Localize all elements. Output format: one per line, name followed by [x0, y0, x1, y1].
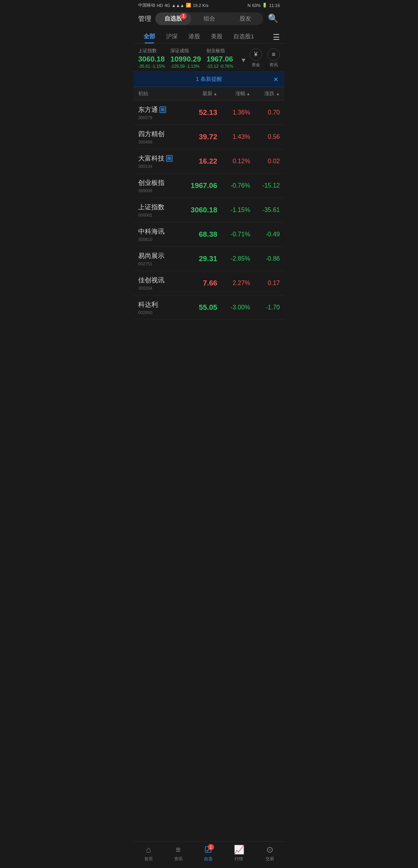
index-shzs[interactable]: 上证指数 3060.18 -35.61 -1.15% [138, 48, 165, 68]
sub-tab-hk[interactable]: 港股 [183, 31, 206, 43]
network-type: 4G [164, 3, 170, 8]
sub-tab-watchlist1[interactable]: 自选股1 [228, 31, 259, 43]
stock-diff-col: -0.49 [250, 231, 280, 238]
stock-diff: 0.17 [268, 280, 280, 286]
stock-change-col: 2.27% [217, 280, 250, 287]
nfc-icon: N [247, 3, 250, 8]
nav-tabs: 自选股 1 组合 股友 [155, 12, 263, 25]
stock-diff: 0.02 [268, 158, 280, 164]
stock-item-300264[interactable]: 佳创视讯 300264 7.66 2.27% 0.17 [134, 271, 284, 296]
fund-button[interactable]: ¥ 资金 [250, 48, 262, 68]
network-speed: 19.2 K/s [193, 3, 208, 8]
alert-text: 1 条新提醒 [196, 76, 222, 83]
stock-price-col: 39.72 [184, 133, 217, 141]
status-right: N 63% 🔋 11:16 [247, 3, 280, 8]
market-overview: 上证指数 3060.18 -35.61 -1.15% 深证成指 10990.29… [134, 44, 284, 72]
stock-price-col: 55.05 [184, 303, 217, 312]
news-icon: ≡ [267, 48, 280, 61]
index-szcz[interactable]: 深证成指 10990.29 -125.59 -1.13% [170, 48, 201, 68]
stock-list-header: 初始 最新 ▲ 涨幅 ▲ 涨跌 ▲ [134, 87, 284, 101]
stock-change: 1.36% [233, 109, 250, 116]
status-bar: 中国移动 HD 4G ▲▲▲ 📶 19.2 K/s N 63% 🔋 11:16 [134, 0, 284, 10]
network-hd: HD [157, 3, 163, 8]
stock-item-300468[interactable]: 四方精创 300468 39.72 1.43% 0.56 [134, 125, 284, 149]
stock-diff-col: -1.70 [250, 304, 280, 311]
stock-diff: -0.86 [266, 255, 280, 262]
stock-item-002751[interactable]: 易尚展示 002751 29.31 -2.85% -0.86 [134, 247, 284, 271]
stock-change-col: 1.43% [217, 133, 250, 140]
stock-code: 300134 [138, 164, 184, 169]
alert-close-icon[interactable]: ✕ [273, 76, 278, 83]
battery-level: 63% [252, 3, 260, 8]
stock-name: 上证指数 [138, 203, 184, 212]
rong-badge: 融 [166, 155, 173, 162]
stock-name: 易尚展示 [138, 251, 184, 260]
market-indices: 上证指数 3060.18 -35.61 -1.15% 深证成指 10990.29… [138, 48, 237, 68]
stock-diff: -35.61 [262, 207, 280, 213]
sub-tab-all[interactable]: 全部 [138, 31, 161, 43]
stock-item-000001[interactable]: 上证指数 000001 3060.18 -1.15% -35.61 [134, 198, 284, 222]
stock-price-col: 7.66 [184, 279, 217, 287]
stock-name-col: 大富科技 融 300134 [138, 154, 184, 169]
carrier: 中国移动 [138, 2, 155, 8]
header-price[interactable]: 最新 ▲ [184, 90, 217, 97]
stock-change: -1.15% [231, 207, 250, 213]
stock-item-002850[interactable]: 科达利 002850 55.05 -3.00% -1.70 [134, 296, 284, 320]
stock-change: -3.00% [231, 304, 250, 311]
stock-diff: 0.70 [268, 109, 280, 116]
clock: 11:16 [269, 3, 280, 8]
fund-icon: ¥ [250, 48, 262, 61]
stock-change: -0.76% [231, 182, 250, 189]
stock-name: 科达利 [138, 300, 184, 309]
stock-change: 0.12% [233, 158, 250, 164]
change-sort-icon: ▲ [246, 92, 250, 96]
stock-code: 002751 [138, 261, 184, 266]
stock-diff: -0.49 [266, 231, 280, 238]
search-icon[interactable]: 🔍 [266, 12, 280, 25]
diff-sort-icon: ▲ [276, 92, 280, 96]
stock-item-399006[interactable]: 创业板指 399006 1967.06 -0.76% -15.12 [134, 174, 284, 198]
stock-price-col: 29.31 [184, 255, 217, 263]
stock-change-col: 1.36% [217, 109, 250, 116]
index-cybzhi[interactable]: 创业板指 1967.06 -15.12 -0.76% [206, 48, 233, 68]
stock-price: 55.05 [199, 303, 218, 311]
expand-arrow-icon[interactable]: ▼ [240, 52, 247, 64]
stock-change-col: -2.85% [217, 255, 250, 262]
tab-watchlist[interactable]: 自选股 1 [155, 12, 191, 25]
stock-price-col: 1967.06 [184, 181, 217, 190]
stock-item-300379[interactable]: 东方通 融 300379 52.13 1.36% 0.70 [134, 101, 284, 125]
stock-name-col: 上证指数 000001 [138, 203, 184, 217]
sub-tab-us[interactable]: 美股 [206, 31, 228, 43]
stock-change-col: -3.00% [217, 304, 250, 311]
stock-item-300810[interactable]: 中科海讯 300810 68.38 -0.71% -0.49 [134, 222, 284, 247]
tab-friends[interactable]: 股友 [227, 12, 263, 25]
stock-price: 3060.18 [191, 206, 218, 214]
tab-portfolio[interactable]: 组合 [191, 12, 227, 25]
wifi-icon: 📶 [186, 3, 191, 8]
header-change[interactable]: 涨幅 ▲ [217, 90, 250, 97]
stock-diff-col: 0.56 [250, 133, 280, 140]
stock-change: 1.43% [233, 133, 250, 140]
stock-diff-col: 0.70 [250, 109, 280, 116]
stock-name-col: 中科海讯 300810 [138, 227, 184, 242]
stock-list: 东方通 融 300379 52.13 1.36% 0.70 四方精创 30046… [134, 101, 284, 320]
stock-price-col: 16.22 [184, 157, 217, 166]
header-name: 初始 [138, 90, 184, 97]
news-button[interactable]: ≡ 资讯 [267, 48, 280, 68]
stock-diff-col: -15.12 [250, 182, 280, 189]
stock-change-col: 0.12% [217, 158, 250, 165]
stock-price: 52.13 [199, 108, 218, 116]
stock-change-col: -1.15% [217, 207, 250, 214]
manage-button[interactable]: 管理 [138, 14, 152, 23]
stock-code: 000001 [138, 213, 184, 217]
stock-change: 2.27% [233, 280, 250, 286]
market-actions: ¥ 资金 ≡ 资讯 [250, 48, 280, 68]
stock-name: 中科海讯 [138, 227, 184, 236]
stock-item-300134[interactable]: 大富科技 融 300134 16.22 0.12% 0.02 [134, 149, 284, 174]
alert-bar[interactable]: 1 条新提醒 ✕ [134, 72, 284, 87]
header-diff[interactable]: 涨跌 ▲ [250, 90, 280, 97]
sub-tab-shsz[interactable]: 沪深 [161, 31, 183, 43]
stock-change: -2.85% [231, 255, 250, 262]
list-view-icon[interactable]: ☰ [270, 31, 280, 43]
stock-name: 创业板指 [138, 178, 184, 187]
